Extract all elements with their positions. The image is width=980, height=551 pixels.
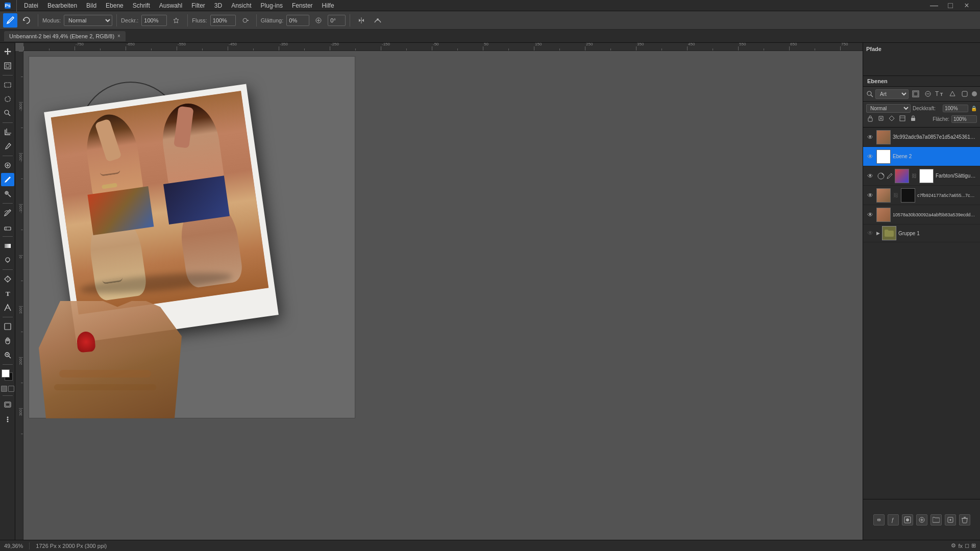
filter-shape-button[interactable]: [947, 89, 958, 99]
tool-eraser[interactable]: [1, 220, 14, 234]
minimize-button[interactable]: —: [927, 0, 941, 13]
layers-list: 👁 3fc992adc9a7a0857e1d5a245361ec1 👁 Eben…: [863, 128, 980, 499]
layer-visibility-toggle[interactable]: 👁: [866, 133, 874, 141]
symmetry-button[interactable]: [354, 13, 369, 28]
tool-move[interactable]: [1, 45, 14, 58]
menu-bild[interactable]: Bild: [82, 1, 101, 10]
quick-mask-button[interactable]: [1, 386, 7, 392]
menu-plugins[interactable]: Plug-ins: [257, 1, 287, 10]
blend-mode-select[interactable]: Normal Multiplizieren Abwedeln: [64, 15, 112, 26]
layer-visibility-toggle[interactable]: 👁: [866, 191, 874, 199]
lock-transparent-button[interactable]: [866, 114, 875, 123]
maximize-button[interactable]: □: [943, 0, 958, 13]
normal-mode-button[interactable]: [8, 386, 14, 392]
tool-shape[interactable]: [1, 320, 14, 333]
lock-pixels-button[interactable]: [877, 114, 886, 123]
menu-auswahl[interactable]: Auswahl: [155, 1, 186, 10]
tool-gradient[interactable]: [1, 239, 14, 253]
tool-quick-select[interactable]: [1, 107, 14, 120]
layer-row[interactable]: 👁 Ebene 2: [863, 147, 980, 166]
tool-brush[interactable]: [1, 173, 14, 186]
document-tab[interactable]: Unbenannt-2 bei 49,4% (Ebene 2, RGB/8) ×: [4, 31, 126, 41]
menu-hilfe[interactable]: Hilfe: [318, 1, 338, 10]
add-style-button[interactable]: ƒ: [888, 514, 899, 525]
add-adjustment-button[interactable]: [916, 514, 927, 525]
pressure-button[interactable]: [371, 13, 385, 28]
tool-healing[interactable]: [1, 159, 14, 172]
layer-folder-row[interactable]: 👁 ▶ Gruppe 1: [863, 224, 980, 242]
tool-artboard[interactable]: [1, 59, 14, 72]
tool-lasso[interactable]: [1, 92, 14, 106]
menu-schrift[interactable]: Schrift: [129, 1, 154, 10]
lock-artboard-button[interactable]: [898, 114, 906, 123]
tool-clone[interactable]: [1, 187, 14, 201]
status-fx-button[interactable]: fx: [958, 543, 963, 549]
smoothing-settings-button[interactable]: [311, 13, 326, 28]
home-button[interactable]: Ps: [2, 0, 13, 11]
status-mask-button[interactable]: ◻: [965, 542, 969, 549]
layer-thumbnail: [876, 188, 891, 203]
tool-path-select[interactable]: [1, 301, 14, 314]
layer-blend-mode-select[interactable]: Normal Multiplizieren Abwedeln: [866, 104, 911, 113]
tool-crop[interactable]: [1, 126, 14, 139]
close-button[interactable]: ×: [960, 0, 974, 13]
tool-eyedropper[interactable]: [1, 140, 14, 153]
tool-extra[interactable]: [1, 413, 14, 426]
tool-history-brush[interactable]: [1, 206, 14, 219]
delete-layer-button[interactable]: [959, 514, 970, 525]
menu-fenster[interactable]: Fenster: [288, 1, 317, 10]
brush-tool-button[interactable]: [3, 13, 17, 28]
document-canvas[interactable]: [29, 56, 355, 418]
layer-visibility-toggle[interactable]: 👁: [866, 172, 874, 180]
menu-datei[interactable]: Datei: [20, 1, 42, 10]
tool-pen[interactable]: [1, 272, 14, 286]
status-settings-button[interactable]: ⚙: [951, 542, 956, 549]
status-grid-button[interactable]: ⊞: [971, 542, 976, 549]
folder-expand-icon[interactable]: ▶: [876, 231, 880, 236]
menu-ebene[interactable]: Ebene: [102, 1, 128, 10]
filter-type-button[interactable]: T T: [935, 89, 945, 99]
layer-fill-input[interactable]: [951, 115, 977, 123]
tool-zoom[interactable]: [1, 348, 14, 362]
canvas-area[interactable]: // We'll draw ruler marks via JS below -…: [15, 43, 863, 540]
tool-screen-mode[interactable]: [1, 398, 14, 412]
menu-bearbeiten[interactable]: Bearbeiten: [43, 1, 81, 10]
link-layers-button[interactable]: [873, 514, 885, 525]
color-swatches[interactable]: [1, 368, 15, 383]
filter-smart-button[interactable]: [960, 89, 970, 99]
tool-type[interactable]: T: [1, 287, 14, 300]
flow-input[interactable]: [210, 15, 236, 26]
add-mask-button[interactable]: [902, 514, 913, 525]
add-layer-button[interactable]: [945, 514, 956, 525]
lock-all-layers-button[interactable]: [909, 114, 917, 123]
layer-row[interactable]: 👁 ⛓ c7fb924177a5c7a655...7ch3cc82734 Kop…: [863, 186, 980, 205]
lock-all-button[interactable]: 🔒: [970, 104, 977, 113]
tool-hand[interactable]: [1, 334, 14, 347]
layer-row[interactable]: 👁 10578a30b30092a4abf5b83a539ecddb Kopie: [863, 205, 980, 224]
airbrush-button[interactable]: [238, 13, 252, 28]
angle-input[interactable]: [328, 15, 346, 26]
layer-type-filter[interactable]: Art Name Effekt: [875, 89, 909, 99]
filter-pixel-button[interactable]: [911, 89, 921, 99]
menu-filter[interactable]: Filter: [187, 1, 209, 10]
layer-visibility-toggle[interactable]: 👁: [866, 229, 874, 237]
layer-row[interactable]: 👁 3fc992adc9a7a0857e1d5a245361ec1: [863, 128, 980, 147]
tool-marquee-rect[interactable]: [1, 78, 14, 91]
layer-visibility-toggle[interactable]: 👁: [866, 153, 874, 161]
menu-ansicht[interactable]: Ansicht: [227, 1, 255, 10]
lock-position-button[interactable]: [888, 114, 896, 123]
add-group-button[interactable]: [930, 514, 942, 525]
layer-opacity-input[interactable]: [943, 105, 968, 112]
layer-row[interactable]: 👁 ⛓ Farb­ton/Sättigung 2: [863, 166, 980, 186]
tab-close-button[interactable]: ×: [117, 33, 120, 39]
smoothing-input[interactable]: [286, 15, 309, 26]
filter-toggle[interactable]: [972, 91, 977, 96]
opacity-input[interactable]: [141, 15, 167, 26]
layer-visibility-toggle[interactable]: 👁: [866, 211, 874, 219]
tool-blur[interactable]: [1, 254, 14, 267]
filter-adjustment-button[interactable]: [923, 89, 933, 99]
history-brush-button[interactable]: [19, 13, 34, 28]
canvas-content[interactable]: [23, 51, 863, 540]
opacity-settings-button[interactable]: [169, 13, 183, 28]
menu-3d[interactable]: 3D: [210, 1, 226, 10]
